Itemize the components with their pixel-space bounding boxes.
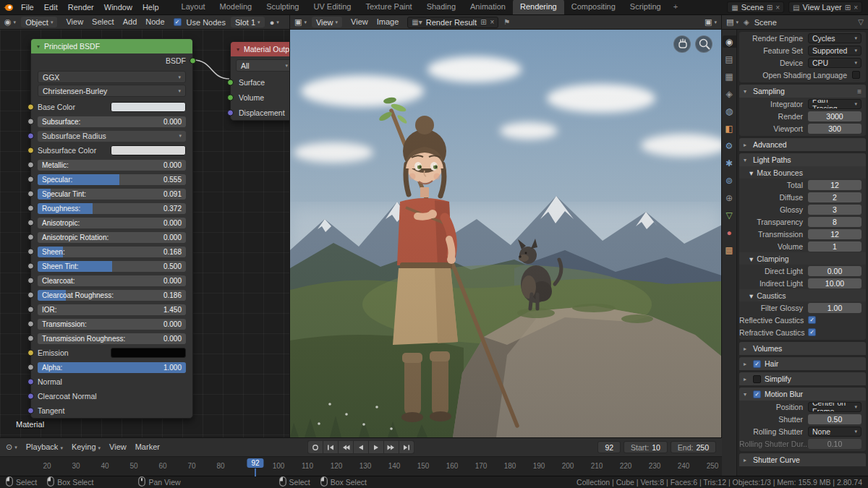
anisotropic-rotation-socket[interactable]	[27, 234, 34, 241]
direct-light-field[interactable]: 0.00	[808, 266, 861, 276]
properties-tab-world[interactable]: ◍	[723, 105, 736, 117]
position-dropdown[interactable]: Center on Frame▾	[808, 402, 861, 412]
playhead-line[interactable]	[255, 468, 256, 476]
scene-unlink-icon[interactable]: ×	[775, 4, 780, 12]
new-view-layer-icon[interactable]: ⊞	[845, 4, 851, 12]
bsdf-output-socket[interactable]	[190, 58, 196, 64]
workspace-tab-animation[interactable]: Animation	[463, 0, 513, 14]
section-header-advanced[interactable]: ▸Advanced	[739, 138, 866, 151]
section-header-volumes[interactable]: ▸Volumes	[739, 342, 866, 355]
collapse-icon[interactable]: ▾	[237, 46, 239, 53]
new-image-icon[interactable]: ⊞	[480, 18, 486, 26]
ior-slider[interactable]: IOR:1.450	[38, 304, 186, 315]
image-mode-dropdown[interactable]: View▾	[312, 17, 342, 27]
emission-swatch[interactable]	[111, 348, 186, 358]
pin-icon[interactable]: ⚑	[503, 18, 510, 26]
distribution-dropdown[interactable]: GGX▾	[38, 71, 186, 83]
properties-tab-object-data[interactable]: ▽	[723, 209, 736, 221]
transmission-roughness-socket[interactable]	[27, 335, 34, 342]
transmission-field[interactable]: 12	[808, 229, 861, 239]
section-header-sampling[interactable]: ▾Sampling≡	[739, 85, 866, 98]
render-field[interactable]: 3000	[808, 111, 861, 121]
rolling-shutter-dropdown[interactable]: None▾	[808, 427, 861, 437]
menu-edit[interactable]: Edit	[39, 0, 63, 15]
browse-image-icon[interactable]: ▦▾	[412, 18, 422, 26]
shader-menu-select[interactable]: Select	[88, 14, 118, 30]
metallic-socket[interactable]	[27, 162, 34, 168]
total-field[interactable]: 12	[808, 180, 861, 190]
properties-tab-render[interactable]: ◉	[723, 35, 736, 48]
properties-editor-type-icon[interactable]: ▤▾	[726, 17, 739, 27]
clearcoat-socket[interactable]	[27, 278, 34, 284]
sheen-tint-slider[interactable]: Sheen Tint:0.500	[38, 261, 186, 272]
image-datablock-selector[interactable]: ▦▾ Render Result ⊞ ×	[407, 17, 498, 28]
subsurface-method-dropdown[interactable]: Christensen-Burley▾	[38, 85, 186, 97]
menu-help[interactable]: Help	[137, 0, 164, 15]
emission-socket[interactable]	[27, 350, 34, 356]
subsection-header-clamping[interactable]: ▾Clamping	[739, 252, 866, 265]
volume-field[interactable]: 1	[808, 241, 861, 252]
scene-selector[interactable]: ▦ Scene ⊞ ×	[727, 1, 784, 13]
subsection-header-caustics[interactable]: ▾Caustics	[739, 289, 866, 301]
base-color-socket[interactable]	[27, 104, 34, 111]
metallic-slider[interactable]: Metallic:0.000	[38, 160, 186, 171]
play-button[interactable]	[369, 441, 383, 453]
sheen-socket[interactable]	[27, 249, 34, 255]
properties-tab-output[interactable]: ▤	[723, 53, 736, 65]
timeline-editor-type-icon[interactable]: ⊙▾	[6, 442, 17, 452]
blender-logo-icon[interactable]	[0, 3, 16, 12]
shader-menu-view[interactable]: View	[62, 14, 87, 30]
timeline-menu-marker[interactable]: Marker	[132, 440, 163, 455]
checkbox[interactable]	[852, 71, 860, 79]
record-button[interactable]	[308, 441, 323, 453]
panel-menu-icon[interactable]: ≡	[857, 87, 861, 95]
ior-socket[interactable]	[27, 307, 34, 313]
bsdf-node-header[interactable]: ▾ Principled BSDF	[31, 39, 192, 53]
current-frame-field[interactable]: 92	[597, 441, 621, 453]
menu-window[interactable]: Window	[99, 0, 137, 15]
workspace-tab-modeling[interactable]: Modeling	[213, 0, 260, 14]
properties-tab-particles[interactable]: ✱	[723, 157, 736, 169]
playhead-badge[interactable]: 92	[247, 458, 263, 468]
timeline-menu-view[interactable]: View	[106, 440, 130, 455]
properties-tab-view-layer[interactable]: ▦	[723, 70, 736, 82]
view-layer-unlink-icon[interactable]: ×	[854, 4, 858, 12]
displacement-socket[interactable]	[227, 109, 234, 116]
alpha-slider[interactable]: Alpha:1.000	[38, 362, 186, 373]
unlink-image-icon[interactable]: ×	[490, 18, 495, 26]
image-menu-image[interactable]: Image	[373, 14, 403, 30]
shader-editor-type-icon[interactable]: ◉▾	[4, 17, 16, 27]
clearcoat-roughness-socket[interactable]	[27, 292, 34, 299]
surface-socket[interactable]	[227, 79, 234, 85]
workspace-tab-sculpting[interactable]: Sculpting	[259, 0, 306, 14]
tangent-socket[interactable]	[27, 408, 34, 414]
filter-icon[interactable]: ▽	[858, 18, 864, 26]
checkbox[interactable]	[753, 375, 761, 383]
image-menu-view[interactable]: View	[347, 14, 372, 30]
viewport-field[interactable]: 300	[808, 124, 861, 134]
roughness-socket[interactable]	[27, 205, 34, 212]
new-scene-icon[interactable]: ⊞	[767, 4, 773, 12]
indirect-light-field[interactable]: 10.00	[808, 278, 861, 288]
image-editor[interactable]	[290, 30, 722, 437]
properties-tab-modifiers[interactable]: ⚙	[723, 140, 736, 152]
sheen-tint-socket[interactable]	[27, 263, 34, 270]
properties-tab-constraints[interactable]: ⊕	[723, 192, 736, 204]
workspace-tab-rendering[interactable]: Rendering	[513, 0, 564, 14]
view-layer-selector[interactable]: ▤ View Layer ⊞ ×	[788, 1, 862, 13]
checkbox[interactable]: ✓	[808, 316, 816, 324]
zoom-gizmo[interactable]	[695, 35, 712, 53]
properties-tab-material[interactable]: ●	[723, 226, 736, 239]
workspace-tab-texture-paint[interactable]: Texture Paint	[358, 0, 419, 14]
volume-socket[interactable]	[227, 94, 234, 100]
checkbox[interactable]: ✓	[753, 360, 761, 368]
timeline-menu-keying[interactable]: Keying▾	[68, 440, 104, 455]
anisotropic-socket[interactable]	[27, 220, 34, 226]
glossy-field[interactable]: 3	[808, 205, 861, 215]
specular-slider[interactable]: Specular:0.555	[38, 174, 186, 185]
subsurface-radius-dropdown[interactable]: Subsurface Radius▾	[38, 131, 186, 142]
material-preview-icon[interactable]: ●▾	[270, 18, 279, 27]
diffuse-field[interactable]: 2	[808, 192, 861, 202]
checkbox[interactable]: ✓	[808, 328, 816, 336]
frame-end-field[interactable]: End:250	[671, 441, 716, 453]
